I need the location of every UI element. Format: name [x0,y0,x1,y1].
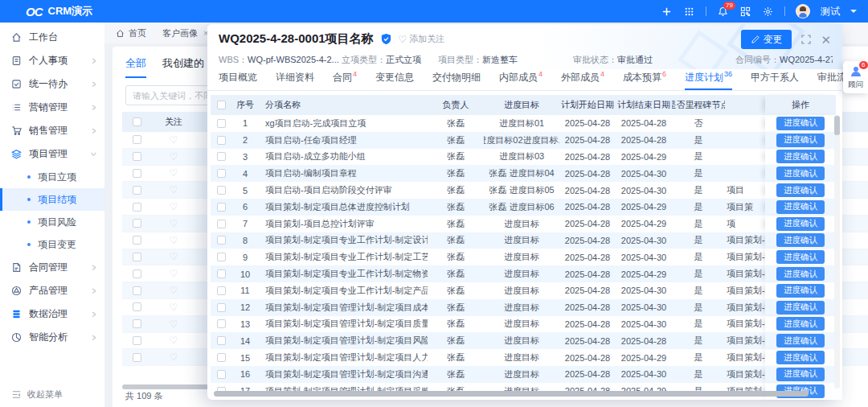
row-checkbox[interactable] [133,253,141,261]
progress-confirm-button[interactable]: 进度确认 [776,250,825,264]
sidebar-item-data-governance[interactable]: 数据治理> [0,302,104,326]
progress-confirm-button[interactable]: 进度确认 [776,183,825,197]
progress-confirm-button[interactable]: 进度确认 [776,134,825,147]
row-checkbox[interactable] [133,203,141,212]
user-name[interactable]: 测试 [821,5,840,18]
settings-gear-icon[interactable] [762,6,774,18]
tab-change-info[interactable]: 变更信息 [375,71,414,90]
user-avatar[interactable] [796,4,810,18]
favorite-heart-icon[interactable]: ♡ [151,235,196,246]
close-icon[interactable]: ✕ [821,34,831,46]
favorite-heart-icon[interactable]: ♡ [151,201,196,212]
vertical-scrollbar-thumb[interactable] [834,116,840,135]
sidebar-item-unified-todo[interactable]: 统一待办> [0,72,104,96]
page-tab-home[interactable]: 首页 [116,27,146,39]
select-all-checkbox[interactable] [217,101,226,109]
tab-stakeholders[interactable]: 甲方干系人 [751,71,799,90]
row-checkbox[interactable] [217,119,226,128]
sidebar-item-personal-matters[interactable]: 个人事项> [0,49,104,72]
change-button[interactable]: 变更 [741,30,792,49]
progress-confirm-button[interactable]: 进度确认 [776,284,825,298]
row-checkbox[interactable] [133,353,141,362]
row-checkbox[interactable] [217,186,226,195]
row-checkbox[interactable] [217,336,226,345]
page-tab-customer-profile[interactable]: 客户画像× [162,27,208,39]
favorite-heart-icon[interactable]: ♡ [151,167,196,179]
row-checkbox[interactable] [133,152,141,161]
advisor-widget[interactable]: 6 顾问 [843,61,868,93]
row-checkbox[interactable] [217,286,226,295]
fullscreen-icon[interactable] [801,35,811,44]
progress-confirm-button[interactable]: 进度确认 [776,334,825,347]
progress-confirm-button[interactable]: 进度确认 [776,166,825,180]
progress-confirm-button[interactable]: 进度确认 [776,117,825,130]
add-icon[interactable] [661,6,673,18]
row-checkbox[interactable] [217,236,226,245]
progress-confirm-button[interactable]: 进度确认 [776,150,825,163]
row-checkbox[interactable] [133,186,141,195]
favorite-heart-icon[interactable]: ♡ [151,251,196,262]
progress-confirm-button[interactable]: 进度确认 [776,233,825,247]
row-checkbox[interactable] [217,353,226,362]
vertical-scrollbar-track[interactable] [834,115,840,388]
tab-external-members[interactable]: 外部成员4 [561,70,604,90]
row-checkbox[interactable] [217,169,226,178]
notifications-bell-icon[interactable]: 79 [717,6,729,18]
row-checkbox[interactable] [133,319,141,328]
horizontal-scrollbar-thumb[interactable] [214,391,809,397]
favorite-heart-icon[interactable]: ♡ [151,335,196,346]
progress-confirm-button[interactable]: 进度确认 [776,301,825,314]
row-checkbox[interactable] [133,336,141,345]
row-checkbox[interactable] [217,136,226,145]
row-checkbox[interactable] [217,319,226,328]
sidebar-item-sales-mgmt[interactable]: 销售管理> [0,119,104,142]
progress-confirm-button[interactable]: 进度确认 [776,317,825,331]
sidebar-item-project-risk[interactable]: 项目风险 [0,211,104,233]
row-checkbox[interactable] [217,269,226,278]
row-checkbox[interactable] [217,303,226,312]
row-checkbox[interactable] [133,302,141,311]
row-checkbox[interactable] [217,203,226,212]
tab-deliverables[interactable]: 交付物明细 [432,71,481,90]
tab-details[interactable]: 详细资料 [276,71,314,90]
progress-confirm-button[interactable]: 进度确认 [776,351,825,364]
row-checkbox[interactable] [133,236,141,245]
row-checkbox[interactable] [217,220,226,228]
favorite-heart-icon[interactable]: ♡ [151,285,196,296]
progress-confirm-button[interactable]: 进度确认 [776,368,825,381]
row-checkbox[interactable] [133,269,141,278]
row-checkbox[interactable] [133,169,141,178]
sidebar-item-marketing-mgmt[interactable]: 营销管理> [0,96,104,119]
sidebar-item-project-mgmt[interactable]: 项目管理> [0,142,104,166]
tab-cost-budget[interactable]: 成本预算6 [623,70,666,90]
select-all-checkbox[interactable] [133,117,141,126]
row-checkbox[interactable] [217,253,226,261]
filter-tab-created-by-me[interactable]: 我创建的 [162,56,204,78]
row-checkbox[interactable] [133,286,141,295]
sidebar-item-contract-mgmt[interactable]: 合同管理> [0,256,104,279]
collapse-menu-button[interactable]: 收起菜单 [11,388,63,401]
sidebar-item-smart-analysis[interactable]: 智能分析> [0,326,104,349]
sidebar-item-project-closing[interactable]: 项目结项 [0,188,104,211]
favorite-heart-icon[interactable]: ♡ [151,319,196,330]
favorite-heart-icon[interactable]: ♡ [151,268,196,279]
chevron-down-icon[interactable] [850,10,857,13]
favorite-heart-icon[interactable]: ♡ [151,134,196,146]
progress-confirm-button[interactable]: 进度确认 [776,267,825,281]
row-checkbox[interactable] [217,370,226,379]
row-checkbox[interactable] [217,152,226,161]
progress-confirm-button[interactable]: 进度确认 [776,217,825,231]
favorite-heart-icon[interactable]: ♡ [151,184,196,195]
sidebar-item-product-mgmt[interactable]: 产品管理> [0,279,104,302]
sidebar-item-project-change[interactable]: 项目变更 [0,233,104,256]
favorite-heart-icon[interactable]: ♡ [151,218,196,229]
favorite-heart-icon[interactable]: ♡ [151,352,196,363]
row-checkbox[interactable] [133,219,141,228]
progress-confirm-button[interactable]: 进度确认 [776,200,825,214]
add-follow-button[interactable]: ♡ 添加关注 [399,33,445,45]
filter-tab-all[interactable]: 全部 [125,56,146,78]
bg-horizontal-scrollbar[interactable] [122,384,209,389]
favorite-heart-icon[interactable]: ♡ [151,302,196,313]
apps-grid-icon[interactable] [683,6,695,18]
tab-internal-members[interactable]: 内部成员4 [499,70,542,90]
